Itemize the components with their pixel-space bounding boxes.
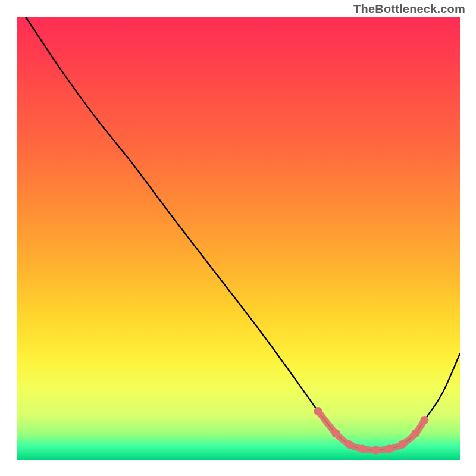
optimal-marker: [412, 429, 420, 437]
optimal-marker: [420, 416, 428, 424]
chart-svg: [17, 17, 460, 460]
optimal-marker: [314, 407, 322, 415]
watermark-text: TheBottleneck.com: [353, 2, 465, 16]
optimal-marker: [358, 444, 367, 453]
optimal-marker: [385, 444, 393, 453]
optimal-marker: [398, 440, 406, 449]
optimal-marker: [345, 440, 353, 449]
optimal-marker: [331, 429, 340, 437]
optimal-marker: [371, 446, 380, 455]
optimal-range-markers: [314, 407, 429, 455]
gradient-plot-area: [17, 17, 460, 460]
bottleneck-curve: [26, 17, 460, 450]
